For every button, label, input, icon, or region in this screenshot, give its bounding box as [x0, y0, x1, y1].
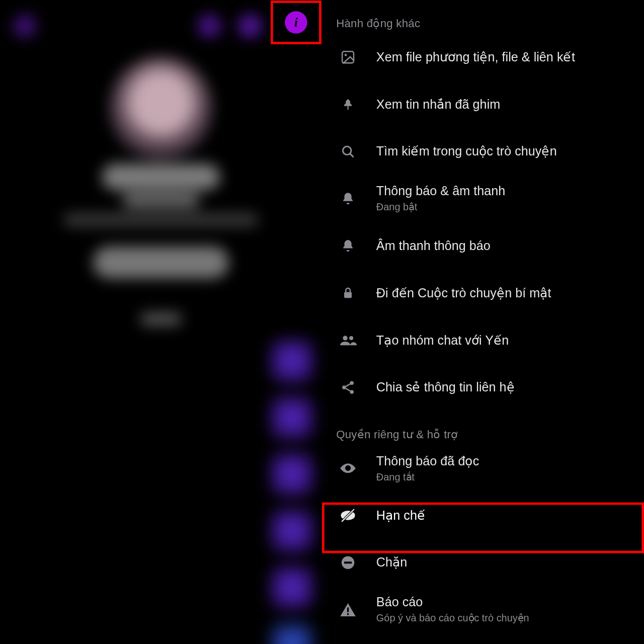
back-icon	[13, 14, 37, 38]
row-create-group[interactable]: Tạo nhóm chat với Yến	[322, 316, 644, 364]
row-label: Tạo nhóm chat với Yến	[376, 333, 509, 348]
audio-call-icon	[198, 14, 221, 38]
svg-point-10	[347, 467, 349, 469]
theme-bubble	[269, 394, 315, 440]
svg-point-5	[343, 336, 347, 340]
svg-rect-16	[347, 607, 349, 612]
video-call-icon	[238, 14, 262, 38]
theme-bubble	[269, 338, 315, 384]
section-actions-header: Hành động khác	[322, 17, 644, 30]
bell-icon	[336, 238, 360, 254]
row-notifications[interactable]: Thông báo & âm thanh Đang bật	[322, 175, 644, 222]
row-label: Xem file phương tiện, file & liên kết	[376, 49, 575, 64]
row-label: Hạn chế	[376, 508, 425, 523]
svg-point-8	[342, 385, 346, 389]
svg-point-7	[350, 381, 354, 385]
eye-icon	[336, 462, 360, 474]
block-icon	[336, 555, 360, 570]
row-block[interactable]: Chặn	[322, 539, 644, 586]
row-report[interactable]: Báo cáo Góp ý và báo cáo cuộc trò chuyện	[322, 586, 644, 633]
profile-status-blur	[123, 193, 199, 207]
row-label: Báo cáo	[376, 595, 529, 610]
svg-rect-15	[344, 561, 352, 564]
profile-button-blur	[93, 247, 229, 278]
pin-icon	[336, 97, 360, 112]
row-label: Thông báo & âm thanh	[376, 184, 505, 199]
section-privacy-header: Quyền riêng tư & hỗ trợ	[322, 428, 644, 441]
theme-bubble	[269, 621, 315, 644]
row-read-receipts[interactable]: Thông báo đã đọc Đang tắt	[322, 445, 644, 492]
row-sublabel: Đang tắt	[376, 471, 479, 484]
svg-line-3	[350, 153, 353, 156]
share-icon	[336, 380, 360, 395]
row-media[interactable]: Xem file phương tiện, file & liên kết	[322, 34, 644, 81]
theme-bubble	[269, 451, 315, 497]
row-label: Tìm kiếm trong cuộc trò chuyện	[376, 144, 557, 159]
profile-tiny-blur	[140, 312, 182, 326]
svg-point-6	[349, 336, 353, 340]
avatar	[109, 56, 212, 159]
svg-rect-17	[347, 613, 349, 615]
row-label: Chặn	[376, 555, 407, 570]
row-label: Xem tin nhắn đã ghim	[376, 97, 500, 112]
svg-rect-0	[342, 51, 354, 63]
row-search[interactable]: Tìm kiếm trong cuộc trò chuyện	[322, 128, 644, 175]
row-sublabel: Góp ý và báo cáo cuộc trò chuyện	[376, 612, 529, 625]
group-icon	[336, 334, 360, 347]
row-secret[interactable]: Đi đến Cuộc trò chuyện bí mật	[322, 270, 644, 317]
search-icon	[336, 144, 360, 159]
theme-bubble	[269, 508, 315, 553]
highlight-info-button: i	[271, 1, 321, 44]
restrict-icon	[336, 508, 360, 522]
row-pinned[interactable]: Xem tin nhắn đã ghim	[322, 81, 644, 128]
row-sublabel: Đang bật	[376, 201, 505, 214]
media-icon	[336, 49, 360, 64]
theme-bubble	[269, 565, 315, 610]
row-label: Đi đến Cuộc trò chuyện bí mật	[376, 285, 551, 300]
warning-icon	[336, 602, 360, 617]
info-button[interactable]: i	[285, 11, 307, 34]
svg-point-1	[345, 54, 347, 56]
row-label: Thông báo đã đọc	[376, 453, 479, 468]
row-share-contact[interactable]: Chia sẻ thông tin liên hệ	[322, 364, 644, 411]
info-icon: i	[294, 15, 298, 30]
row-restrict[interactable]: Hạn chế	[322, 492, 644, 539]
profile-name-blur	[102, 164, 220, 190]
row-label: Chia sẻ thông tin liên hệ	[376, 380, 515, 395]
profile-panel-blurred	[0, 0, 322, 644]
bell-icon	[336, 191, 360, 206]
lock-icon	[336, 285, 360, 300]
svg-rect-4	[344, 292, 352, 298]
svg-point-9	[350, 390, 354, 394]
row-label: Âm thanh thông báo	[376, 238, 491, 253]
profile-line-blur	[64, 213, 259, 226]
row-sound[interactable]: Âm thanh thông báo	[322, 222, 644, 270]
